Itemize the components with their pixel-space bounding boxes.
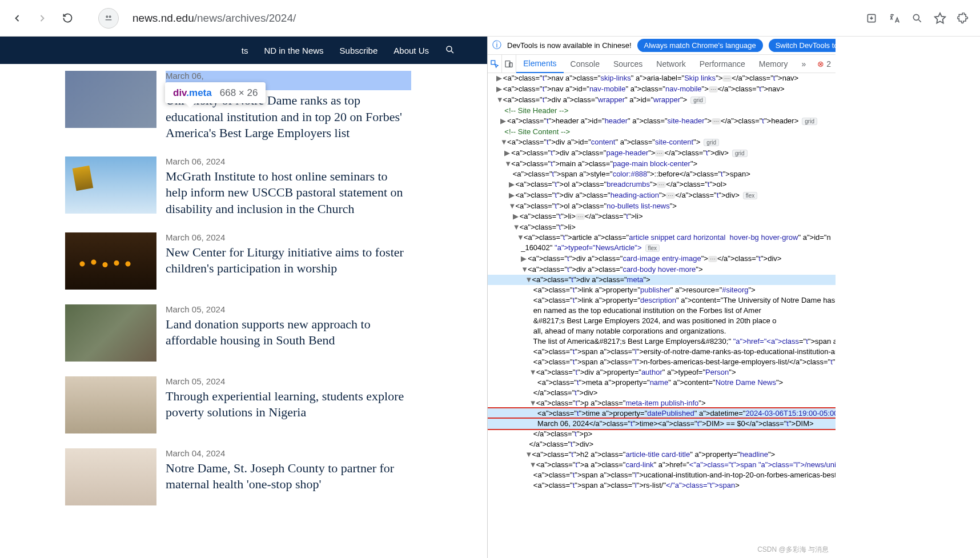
search-icon[interactable] [445, 45, 455, 57]
article-thumb [65, 304, 156, 362]
tooltip-class: .meta [186, 87, 211, 98]
nav-item[interactable]: Subscribe [340, 46, 378, 55]
svg-point-0 [106, 16, 108, 18]
banner-text: DevTools is now available in Chinese! [507, 41, 632, 50]
back-button[interactable] [7, 8, 27, 29]
reload-button[interactable] [57, 8, 78, 29]
article-title[interactable]: Through experiential learning, students … [166, 388, 411, 421]
nav-item[interactable]: About Us [393, 46, 429, 55]
devtools-tabs: Elements Console Sources Network Perform… [488, 55, 836, 73]
forward-button[interactable] [32, 8, 53, 29]
article-title[interactable]: New Center for Liturgy initiative aims t… [166, 244, 411, 277]
translate-icon[interactable] [884, 8, 905, 29]
toolbar-right [861, 8, 973, 29]
devtools-locale-banner: ⓘ DevTools is now available in Chinese! … [488, 37, 836, 55]
extensions-icon[interactable] [953, 8, 973, 29]
svg-point-1 [109, 16, 111, 18]
tab-more-icon[interactable]: » [794, 55, 813, 73]
article-card[interactable]: March 05, 2024Land donation supports new… [65, 304, 464, 362]
svg-point-3 [913, 14, 919, 20]
article-date: March 06, 2024 [166, 156, 411, 166]
page-viewport: ts ND in the News Subscribe About Us div… [0, 37, 487, 558]
error-count[interactable]: ⊗2 [813, 59, 836, 69]
switch-language-button[interactable]: Switch DevTools to Chinese [769, 39, 836, 52]
article-thumb [65, 232, 156, 290]
article-card[interactable]: March 05, 2024Through experiential learn… [65, 376, 464, 433]
watermark: CSDN @多彩海 与消息 [757, 545, 829, 555]
article-date: March 04, 2024 [166, 448, 411, 458]
article-date: March 05, 2024 [166, 376, 411, 386]
nav-item[interactable]: ts [242, 46, 248, 55]
tab-sources[interactable]: Sources [607, 55, 649, 73]
article-date: March 05, 2024 [166, 304, 411, 314]
article-card[interactable]: March 04, 2024Notre Dame, St. Joseph Cou… [65, 448, 464, 505]
tab-elements[interactable]: Elements [516, 55, 563, 73]
nav-item[interactable]: ND in the News [264, 46, 323, 55]
zoom-icon[interactable] [907, 8, 927, 29]
article-card[interactable]: March 06, 2024McGrath Institute to host … [65, 156, 464, 218]
article-card[interactable]: March 06, 2024University of Notre Dame r… [65, 71, 464, 142]
svg-point-4 [447, 46, 452, 51]
address-bar[interactable]: news.nd.edu/news/archives/2024/ [123, 7, 857, 30]
tab-memory[interactable]: Memory [752, 55, 795, 73]
article-title[interactable]: Notre Dame, St. Joseph County to partner… [166, 460, 411, 493]
inspector-tooltip: div.meta 668 × 26 [165, 82, 266, 103]
article-list: March 06, 2024University of Notre Dame r… [0, 64, 487, 558]
devtools-panel: ⓘ DevTools is now available in Chinese! … [487, 37, 836, 558]
element-picker-icon[interactable] [488, 55, 502, 73]
install-app-icon[interactable] [861, 8, 882, 29]
article-thumb [65, 156, 156, 214]
tab-network[interactable]: Network [649, 55, 692, 73]
article-thumb [65, 376, 156, 433]
url-path: /news/archives/2024/ [194, 12, 296, 25]
device-toggle-icon[interactable] [502, 55, 516, 73]
article-title[interactable]: McGrath Institute to host online seminar… [166, 168, 411, 218]
elements-dom-tree[interactable]: ▶<a">class="t">nav a">class="skip-links"… [488, 73, 836, 553]
article-card[interactable]: March 06, 2024New Center for Liturgy ini… [65, 232, 464, 290]
tab-console[interactable]: Console [564, 55, 607, 73]
url-domain: news.nd.edu [132, 12, 194, 25]
tooltip-tag: div [173, 87, 186, 98]
browser-toolbar: news.nd.edu/news/archives/2024/ [0, 0, 980, 37]
tooltip-dims: 668 × 26 [220, 87, 258, 99]
site-info-button[interactable] [98, 8, 119, 29]
article-title[interactable]: Land donation supports new approach to a… [166, 316, 411, 349]
site-header: ts ND in the News Subscribe About Us [0, 37, 487, 64]
tab-performance[interactable]: Performance [693, 55, 752, 73]
article-thumb [65, 448, 156, 505]
article-thumb [65, 71, 156, 128]
match-language-button[interactable]: Always match Chrome's language [637, 39, 763, 52]
bookmark-icon[interactable] [930, 8, 950, 29]
article-date: March 06, 2024 [166, 232, 411, 242]
info-icon: ⓘ [492, 39, 501, 51]
